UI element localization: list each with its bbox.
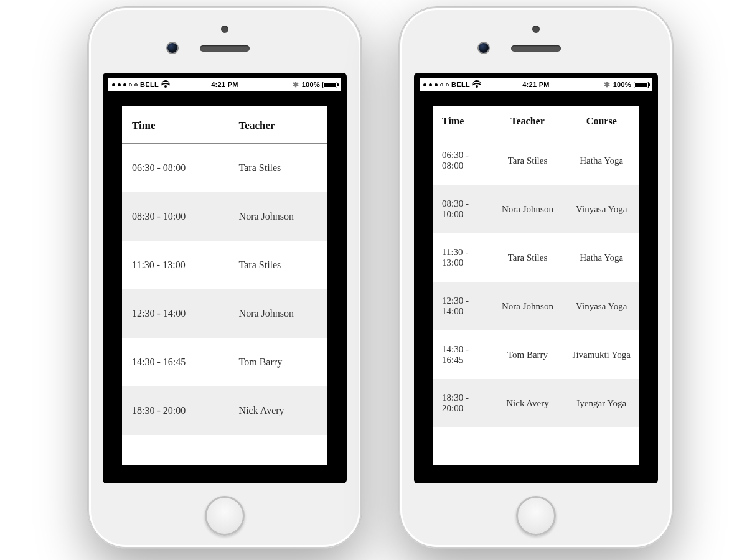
signal-dot-icon	[435, 83, 438, 86]
home-button[interactable]	[205, 496, 245, 536]
schedule-table: Time Teacher Course 06:30 - 08:00Tara St…	[433, 106, 639, 427]
table-row[interactable]: 11:30 - 13:00Tara StilesHatha Yoga	[433, 233, 639, 282]
status-left: BELL	[423, 80, 481, 89]
front-camera-icon	[167, 43, 177, 53]
battery-percent: 100%	[302, 81, 320, 88]
earpiece-speaker-icon	[200, 45, 250, 52]
cell-time: 18:30 - 20:00	[433, 379, 491, 427]
status-left: BELL	[112, 80, 170, 89]
table-row[interactable]: 18:30 - 20:00Nick Avery	[122, 386, 327, 435]
schedule-card: Time Teacher Course 06:30 - 08:00Tara St…	[433, 106, 639, 465]
table-row[interactable]: 06:30 - 08:00Tara StilesHatha Yoga	[433, 136, 639, 185]
cell-teacher: Nick Avery	[229, 386, 327, 435]
battery-percent: 100%	[613, 81, 631, 88]
cell-course: Jivamukti Yoga	[561, 330, 639, 379]
cell-time: 12:30 - 14:00	[122, 289, 229, 338]
app-area: Time Teacher Course 06:30 - 08:00Tara St…	[420, 91, 652, 478]
carrier-label: BELL	[140, 81, 159, 88]
stage: BELL 4:21 PM ✱ 100%	[0, 0, 747, 560]
status-bar: BELL 4:21 PM ✱ 100%	[420, 78, 652, 91]
cell-teacher: Nick Avery	[491, 379, 560, 427]
cell-time: 12:30 - 14:00	[433, 282, 491, 330]
wifi-icon	[161, 80, 170, 89]
cell-time: 08:30 - 10:00	[122, 192, 229, 241]
wifi-icon	[472, 80, 481, 89]
table-row[interactable]: 11:30 - 13:00Tara Stiles	[122, 241, 327, 289]
cell-time: 11:30 - 13:00	[122, 241, 229, 289]
cell-teacher: Nora Johnson	[491, 185, 560, 233]
cell-teacher: Nora Johnson	[229, 192, 327, 241]
cell-time: 11:30 - 13:00	[433, 233, 491, 282]
cell-teacher: Tara Stiles	[229, 241, 327, 289]
home-button[interactable]	[516, 496, 556, 536]
table-row[interactable]: 12:30 - 14:00Nora Johnson	[122, 289, 327, 338]
screen-bezel: BELL 4:21 PM ✱ 100%	[414, 73, 658, 483]
cell-course: Vinyasa Yoga	[561, 185, 639, 233]
cell-teacher: Nora Johnson	[491, 282, 560, 330]
col-header-teacher: Teacher	[229, 106, 327, 144]
proximity-sensor-icon	[532, 26, 540, 33]
cell-time: 06:30 - 08:00	[122, 144, 229, 193]
signal-dot-icon	[423, 83, 426, 86]
bluetooth-icon: ✱	[604, 81, 610, 88]
screen: BELL 4:21 PM ✱ 100%	[420, 78, 652, 478]
battery-icon	[322, 82, 337, 88]
cell-teacher: Tara Stiles	[229, 144, 327, 193]
signal-dot-icon	[134, 83, 138, 86]
table-row[interactable]: 12:30 - 14:00Nora JohnsonVinyasa Yoga	[433, 282, 639, 330]
signal-dot-icon	[440, 83, 443, 86]
bluetooth-icon: ✱	[293, 81, 299, 88]
cell-time: 14:30 - 16:45	[433, 330, 491, 379]
cell-course: Iyengar Yoga	[561, 379, 639, 427]
cell-time: 06:30 - 08:00	[433, 136, 491, 185]
cell-time: 14:30 - 16:45	[122, 338, 229, 386]
front-camera-icon	[479, 43, 489, 53]
cell-teacher: Tara Stiles	[491, 136, 560, 185]
cell-teacher: Tara Stiles	[491, 233, 560, 282]
cell-time: 08:30 - 10:00	[433, 185, 491, 233]
screen-bezel: BELL 4:21 PM ✱ 100%	[103, 73, 347, 483]
table-header-row: Time Teacher Course	[433, 106, 639, 136]
schedule-table: Time Teacher 06:30 - 08:00Tara Stiles 08…	[122, 106, 327, 435]
screen: BELL 4:21 PM ✱ 100%	[108, 78, 341, 478]
battery-icon	[634, 82, 649, 88]
signal-dot-icon	[446, 83, 449, 86]
table-row[interactable]: 08:30 - 10:00Nora JohnsonVinyasa Yoga	[433, 185, 639, 233]
schedule-card: Time Teacher 06:30 - 08:00Tara Stiles 08…	[122, 106, 327, 465]
cell-teacher: Nora Johnson	[229, 289, 327, 338]
table-row[interactable]: 08:30 - 10:00Nora Johnson	[122, 192, 327, 241]
table-header-row: Time Teacher	[122, 106, 327, 144]
phone-mockup-left: BELL 4:21 PM ✱ 100%	[87, 6, 362, 549]
cell-time: 18:30 - 20:00	[122, 386, 229, 435]
signal-dot-icon	[112, 83, 115, 86]
col-header-course: Course	[561, 106, 639, 136]
table-row[interactable]: 14:30 - 16:45Tom BarryJivamukti Yoga	[433, 330, 639, 379]
proximity-sensor-icon	[221, 26, 228, 33]
status-bar: BELL 4:21 PM ✱ 100%	[108, 78, 341, 91]
col-header-teacher: Teacher	[491, 106, 560, 136]
cell-course: Hatha Yoga	[561, 136, 639, 185]
table-row[interactable]: 14:30 - 16:45Tom Barry	[122, 338, 327, 386]
earpiece-speaker-icon	[511, 45, 561, 52]
carrier-label: BELL	[451, 81, 470, 88]
phone-mockup-right: BELL 4:21 PM ✱ 100%	[398, 6, 674, 549]
table-row[interactable]: 06:30 - 08:00Tara Stiles	[122, 144, 327, 193]
app-area: Time Teacher 06:30 - 08:00Tara Stiles 08…	[108, 91, 341, 478]
status-right: ✱ 100%	[604, 81, 649, 88]
cell-course: Hatha Yoga	[561, 233, 639, 282]
col-header-time: Time	[433, 106, 491, 136]
signal-dot-icon	[123, 83, 126, 86]
cell-course: Vinyasa Yoga	[561, 282, 639, 330]
signal-dot-icon	[118, 83, 121, 86]
signal-dot-icon	[129, 83, 132, 86]
cell-teacher: Tom Barry	[491, 330, 560, 379]
status-right: ✱ 100%	[293, 81, 337, 88]
table-row[interactable]: 18:30 - 20:00Nick AveryIyengar Yoga	[433, 379, 639, 427]
signal-dot-icon	[429, 83, 432, 86]
cell-teacher: Tom Barry	[229, 338, 327, 386]
col-header-time: Time	[122, 106, 229, 144]
